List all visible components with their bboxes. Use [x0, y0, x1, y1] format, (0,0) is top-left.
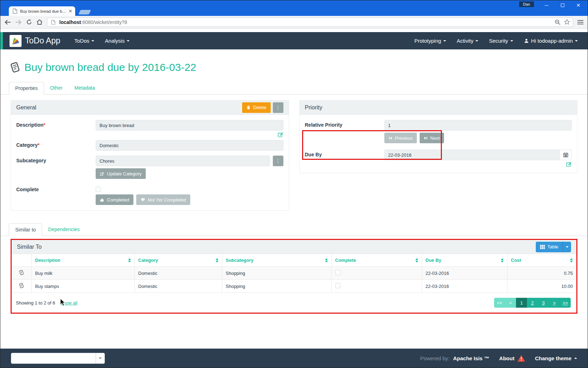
category-field[interactable]: Domestic — [96, 140, 283, 151]
tab-dependencies[interactable]: Dependencies — [42, 223, 86, 236]
complete-row: Complete — [16, 185, 283, 192]
new-tab-button[interactable] — [78, 10, 91, 14]
cell-category: Domestic — [134, 280, 222, 293]
edit-description-icon[interactable] — [277, 132, 283, 138]
relative-priority-field[interactable]: 1 — [384, 120, 572, 131]
back-icon[interactable] — [5, 19, 11, 25]
bookmark-star-icon[interactable] — [564, 19, 570, 25]
table-row[interactable]: Buy milk Domestic Shopping 22-03-2016 0.… — [12, 267, 576, 280]
sort-icon[interactable] — [415, 258, 418, 263]
tab-other[interactable]: Other — [44, 82, 68, 95]
menu-user[interactable]: Hi todoapp-admin — [524, 38, 578, 44]
table-view-caret[interactable] — [563, 242, 571, 252]
browser-tab[interactable]: Buy brown bread due by 2 ✕ — [9, 6, 75, 16]
todo-app-logo-icon — [10, 35, 22, 47]
table-row[interactable]: Buy stamps Domestic Shopping 22-03-2016 … — [12, 280, 576, 293]
select-caret-icon[interactable] — [96, 353, 104, 363]
delete-button[interactable]: Delete — [242, 102, 271, 113]
page-title: Buy brown bread due by 2016-03-22 — [9, 61, 588, 73]
edit-due-by-icon[interactable] — [566, 161, 572, 168]
next-button[interactable]: Next — [420, 133, 444, 143]
sort-icon[interactable] — [501, 258, 504, 263]
todo-item-icon — [18, 283, 24, 289]
column-due-by[interactable]: Due By — [422, 254, 507, 267]
tab-properties[interactable]: Properties — [9, 82, 44, 95]
description-row: Description* Buy brown bread — [16, 120, 283, 138]
home-icon[interactable] — [36, 19, 43, 25]
browser-titlebar: Buy brown bread due by 2 ✕ Dan ✕ — [0, 0, 588, 16]
previous-button[interactable]: Previous — [384, 133, 417, 143]
column-description[interactable]: Description — [31, 254, 134, 267]
menu-prototyping[interactable]: Prototyping — [414, 38, 446, 44]
column-subcategory[interactable]: Subcategory — [222, 254, 331, 267]
ellipsis-icon: ⋮ — [276, 158, 281, 163]
change-theme-link[interactable]: Change theme — [535, 355, 577, 361]
not-yet-completed-button[interactable]: Not Yet Completed — [136, 194, 190, 205]
subcategory-field[interactable]: Chores — [96, 156, 270, 166]
browser-menu-icon[interactable] — [577, 20, 583, 24]
url-bar[interactable]: localhost:8080/wicket/entity?8 — [47, 18, 573, 27]
maximize-button[interactable] — [554, 0, 570, 10]
tab-similar-to[interactable]: Similar to — [9, 223, 42, 236]
brand[interactable]: ToDo App — [10, 35, 60, 47]
warning-icon — [517, 355, 525, 362]
page-1[interactable]: 1 — [516, 298, 527, 308]
minimize-button[interactable] — [539, 0, 554, 10]
page-next[interactable]: > — [549, 298, 560, 308]
page-2[interactable]: 2 — [527, 298, 538, 308]
footer-select[interactable] — [11, 353, 105, 364]
tab-metadata[interactable]: Metadata — [68, 82, 101, 95]
forward-icon[interactable] — [15, 19, 22, 25]
cell-cost: 10.00 — [507, 280, 576, 293]
reload-icon[interactable] — [26, 19, 32, 25]
sort-icon[interactable] — [128, 258, 131, 263]
url-page-icon[interactable] — [50, 19, 56, 25]
calendar-icon[interactable] — [560, 150, 572, 160]
page-last[interactable]: >> — [560, 298, 571, 308]
menu-todos[interactable]: ToDos — [74, 38, 95, 44]
row-complete-checkbox[interactable] — [335, 283, 341, 288]
page-prev[interactable]: < — [505, 298, 516, 308]
cell-description[interactable]: Buy milk — [31, 267, 134, 280]
menu-activity[interactable]: Activity — [457, 38, 479, 44]
general-more-button[interactable]: ⋮ — [273, 102, 283, 113]
accent-strip — [0, 32, 3, 49]
menu-security[interactable]: Security — [489, 38, 513, 44]
tab-close-icon[interactable]: ✕ — [68, 8, 72, 14]
sort-icon[interactable] — [570, 258, 573, 263]
similar-to-panel: Similar To Table Descriptio — [11, 239, 577, 314]
sort-icon[interactable] — [216, 258, 218, 263]
close-button[interactable]: ✕ — [570, 0, 586, 10]
browser-profile-badge[interactable]: Dan — [519, 1, 534, 7]
about-link[interactable]: About — [499, 355, 525, 362]
chevron-down-icon — [566, 246, 569, 248]
column-category[interactable]: Category — [134, 254, 222, 267]
subcategory-more-button[interactable]: ⋮ — [273, 156, 283, 166]
step-forward-icon — [424, 136, 428, 140]
update-category-button[interactable]: Update Category — [96, 168, 146, 179]
page-3[interactable]: 3 — [538, 298, 549, 308]
tab-title: Buy brown bread due by 2 — [20, 9, 66, 13]
chevron-down-icon — [575, 40, 578, 42]
url-host: localhost — [59, 19, 81, 25]
column-complete[interactable]: Complete — [331, 254, 422, 267]
description-field[interactable]: Buy brown bread — [96, 120, 283, 131]
row-complete-checkbox[interactable] — [335, 270, 341, 275]
column-cost[interactable]: Cost — [507, 254, 576, 267]
table-icon — [540, 245, 545, 249]
completed-button[interactable]: Completed — [96, 194, 133, 205]
cell-description[interactable]: Buy stamps — [31, 280, 134, 293]
chevron-down-icon — [510, 40, 513, 42]
zoom-out-icon[interactable] — [554, 19, 561, 25]
powered-by-label: Powered by: — [420, 355, 449, 361]
category-row: Category* Domestic — [16, 140, 283, 151]
complete-checkbox[interactable] — [96, 187, 101, 192]
menu-analysis[interactable]: Analysis — [105, 38, 130, 44]
page-first[interactable]: << — [494, 298, 505, 308]
sort-icon[interactable] — [325, 258, 328, 263]
due-by-field[interactable]: 22-03-2016 — [384, 150, 560, 160]
url-text: localhost:8080/wicket/entity?8 — [59, 19, 127, 25]
chevron-up-icon — [574, 357, 577, 359]
framework-name[interactable]: Apache Isis ™ — [453, 355, 490, 361]
table-view-button[interactable]: Table — [536, 242, 571, 252]
